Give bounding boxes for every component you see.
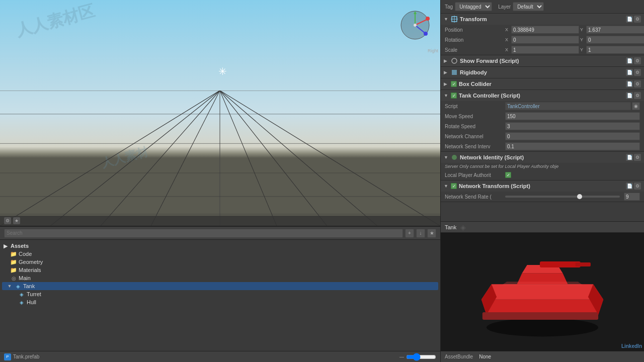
preview-bottom: AssetBundle None xyxy=(441,351,644,362)
box-collider-checkbox[interactable]: ✓ xyxy=(451,81,457,87)
rotate-speed-label: Rotate Speed xyxy=(445,124,505,129)
network-transform-title: Network Transform (Script) xyxy=(459,183,530,189)
network-transform-header[interactable]: ▼ ✓ Network Transform (Script) 📄 ⚙ xyxy=(441,180,644,192)
script-ref: ◉ xyxy=(505,102,640,110)
svg-point-30 xyxy=(487,318,598,336)
box-collider-gear-icon[interactable]: ⚙ xyxy=(634,80,641,87)
viewport-bottom-bar: ⚙ ★ xyxy=(0,216,440,226)
network-identity-header[interactable]: ▼ Network Identity (Script) 📄 ⚙ xyxy=(441,152,644,163)
tree-item-turret[interactable]: ◈ Turret xyxy=(2,290,438,298)
tree-item-materials[interactable]: 📁 Materials xyxy=(2,266,438,274)
scale-x-label: X xyxy=(505,47,511,52)
transform-header[interactable]: ▼ Transform 📄 ⚙ xyxy=(441,14,644,25)
show-forward-gear-icon[interactable]: ⚙ xyxy=(634,57,641,64)
tank-controller-page-icon[interactable]: 📄 xyxy=(626,92,633,99)
layer-select[interactable]: Default xyxy=(513,2,544,11)
viewport-star-icon[interactable]: ★ xyxy=(13,217,20,224)
scale-row: Scale X Y Z xyxy=(441,45,644,55)
network-identity-page-icon[interactable]: 📄 xyxy=(626,154,633,161)
preview-header: Tank ◈ xyxy=(441,222,644,233)
show-forward-page-icon[interactable]: 📄 xyxy=(626,57,633,64)
expand-arrow-tank: ▼ xyxy=(6,283,13,290)
show-forward-section: ▶ Show Forward (Script) 📄 ⚙ xyxy=(441,55,644,67)
rot-x-input[interactable] xyxy=(511,36,579,44)
network-channel-input[interactable] xyxy=(505,132,640,140)
local-player-label: Local Player Authorit xyxy=(445,172,505,178)
rot-y-input[interactable] xyxy=(586,36,644,44)
pos-x-field: X xyxy=(505,26,579,34)
preview-panel: Tank ◈ xyxy=(441,221,644,362)
svg-rect-31 xyxy=(540,261,581,267)
network-transform-page-icon[interactable]: 📄 xyxy=(626,183,633,190)
tank-controller-checkbox[interactable]: ✓ xyxy=(451,93,457,99)
tank-controller-gear-icon[interactable]: ⚙ xyxy=(634,92,641,99)
assets-root[interactable]: ▶ Assets xyxy=(2,242,438,250)
pos-y-input[interactable] xyxy=(586,26,644,34)
script-ref-btn[interactable]: ◉ xyxy=(632,102,640,110)
scale-x-input[interactable] xyxy=(511,46,579,54)
network-identity-warning: Server Only cannot be set for Local Play… xyxy=(441,163,644,170)
network-transform-checkbox[interactable]: ✓ xyxy=(451,183,457,189)
network-identity-gear-icon[interactable]: ⚙ xyxy=(634,154,641,161)
tree-item-hull[interactable]: ◈ Hull xyxy=(2,298,438,306)
network-transform-gear-icon[interactable]: ⚙ xyxy=(634,183,641,190)
network-send-input[interactable] xyxy=(505,142,640,150)
scene-icon-main: ◎ xyxy=(10,275,17,282)
assets-new-btn[interactable]: + xyxy=(405,229,414,238)
rigidbody-collapse: ▶ xyxy=(444,70,449,75)
svg-point-26 xyxy=(452,58,457,63)
zoom-slider[interactable] xyxy=(406,354,436,360)
send-rate-input[interactable] xyxy=(624,193,640,201)
sun-icon: ✳ xyxy=(216,65,228,77)
assets-panel: + ↓ ★ ▶ Assets 📁 Code xyxy=(0,226,440,362)
assets-bottom-bar: P Tank.prefab — xyxy=(0,351,440,362)
inspector-scroll: ▼ Transform 📄 ⚙ Position xyxy=(441,14,644,221)
tank-controller-header[interactable]: ▼ ✓ Tank Controller (Script) 📄 ⚙ xyxy=(441,90,644,101)
zoom-slider-label: — xyxy=(399,354,404,359)
box-collider-header[interactable]: ▶ ✓ Box Collider 📄 ⚙ xyxy=(441,78,644,89)
network-send-rate-row: Network Send Rate ( xyxy=(441,192,644,202)
box-collider-page-icon[interactable]: 📄 xyxy=(626,80,633,87)
bottom-prefab-label: Tank.prefab xyxy=(13,354,39,359)
tag-select[interactable]: Untagged xyxy=(455,2,492,11)
script-ref-input[interactable] xyxy=(505,102,631,110)
network-channel-label: Network Channel xyxy=(445,134,505,139)
gizmo[interactable] xyxy=(400,10,430,40)
send-rate-slider[interactable] xyxy=(505,196,620,198)
svg-line-5 xyxy=(220,90,277,226)
assets-import-btn[interactable]: ↓ xyxy=(416,229,425,238)
box-collider-title: Box Collider xyxy=(459,81,492,87)
rigidbody-gear-icon[interactable]: ⚙ xyxy=(634,69,641,76)
show-forward-header[interactable]: ▶ Show Forward (Script) 📄 ⚙ xyxy=(441,55,644,66)
assets-search-input[interactable] xyxy=(4,229,403,238)
rigidbody-section: ▶ Rigidbody 📄 ⚙ xyxy=(441,67,644,78)
viewport[interactable]: 人人素材区 人人素材 xyxy=(0,0,440,226)
assets-star-btn[interactable]: ★ xyxy=(427,229,436,238)
svg-line-7 xyxy=(220,90,377,226)
move-speed-input[interactable] xyxy=(505,112,640,120)
pos-y-label: Y xyxy=(580,27,586,32)
position-row: Position X Y Z xyxy=(441,25,644,35)
viewport-settings-icon[interactable]: ⚙ xyxy=(4,217,11,224)
transform-icon xyxy=(451,16,458,23)
tree-item-main[interactable]: ◎ Main xyxy=(2,274,438,282)
preview-3d: LinkedIn xyxy=(441,233,644,351)
rigidbody-header[interactable]: ▶ Rigidbody 📄 ⚙ xyxy=(441,67,644,78)
transform-gear-icon[interactable]: ⚙ xyxy=(634,16,641,23)
box-collider-collapse: ▶ xyxy=(444,81,449,86)
tree-item-tank[interactable]: ▼ ◈ Tank xyxy=(2,282,438,290)
folder-icon-code: 📁 xyxy=(10,250,17,257)
tree-item-code[interactable]: 📁 Code xyxy=(2,250,438,258)
rotate-speed-row: Rotate Speed xyxy=(441,121,644,131)
network-send-rate-label: Network Send Rate ( xyxy=(445,194,505,200)
transform-page-icon[interactable]: 📄 xyxy=(626,16,633,23)
local-player-row: Local Player Authorit ✓ xyxy=(441,170,644,180)
asset-bundle-value: None xyxy=(479,354,491,359)
tree-item-geometry[interactable]: 📁 Geometry xyxy=(2,258,438,266)
rigidbody-page-icon[interactable]: 📄 xyxy=(626,69,633,76)
local-player-checkbox[interactable]: ✓ xyxy=(505,172,511,178)
linkedin-badge: LinkedIn xyxy=(621,343,642,349)
pos-x-input[interactable] xyxy=(511,26,579,34)
scale-y-input[interactable] xyxy=(586,46,644,54)
rotate-speed-input[interactable] xyxy=(505,122,640,130)
